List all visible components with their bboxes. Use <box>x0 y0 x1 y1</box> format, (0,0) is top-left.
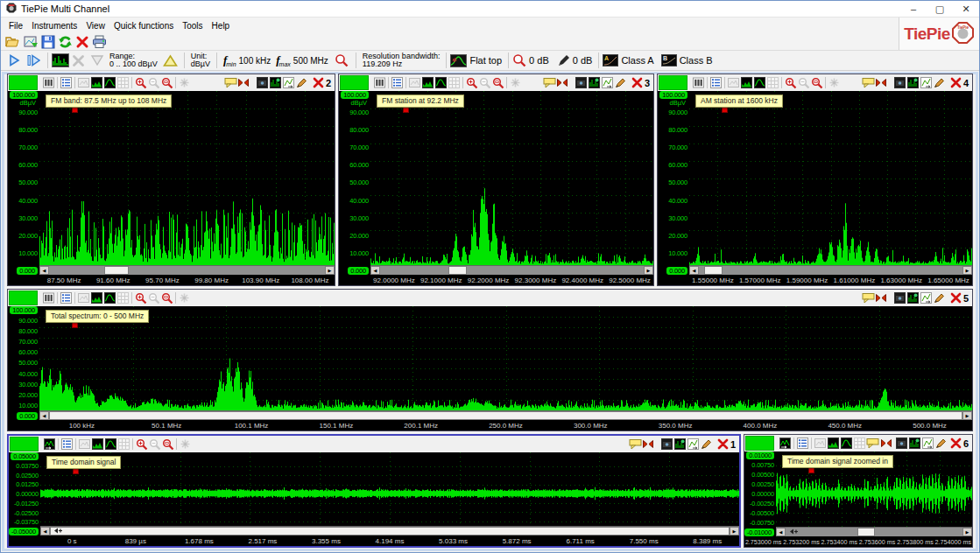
pan-marker-icon[interactable] <box>51 527 63 536</box>
remove-markers-icon[interactable] <box>556 76 569 89</box>
graph-style-area-icon[interactable] <box>740 76 753 89</box>
tooltip-anchor-marker[interactable] <box>72 322 78 328</box>
export-data-icon[interactable] <box>920 76 933 89</box>
graph-style-line-icon[interactable] <box>753 76 766 89</box>
graph-style-area-icon[interactable] <box>91 438 104 451</box>
frequency-zoom-icon[interactable] <box>331 53 352 67</box>
open-icon[interactable] <box>5 35 21 49</box>
save-icon[interactable] <box>41 35 55 49</box>
close-graph-icon[interactable] <box>716 438 730 451</box>
close-graph-icon[interactable] <box>312 76 325 89</box>
refresh-icon[interactable] <box>58 35 73 49</box>
close-graph-icon[interactable] <box>631 76 644 89</box>
class-b-icon[interactable]: B <box>657 54 677 66</box>
export-data-icon[interactable] <box>920 291 933 304</box>
add-comment-icon[interactable] <box>862 76 875 89</box>
graph-style-line-icon[interactable] <box>104 438 117 451</box>
scroll-left-button[interactable]: ◀ <box>40 527 50 536</box>
remove-markers-icon[interactable] <box>875 291 888 304</box>
scroll-thumb[interactable] <box>448 266 467 275</box>
gain-value[interactable]: 0 dB <box>529 55 549 66</box>
scroll-left-button[interactable]: ◀ <box>370 266 380 275</box>
screenshot-icon[interactable] <box>660 438 673 451</box>
zoom-in-icon[interactable] <box>465 76 478 89</box>
remove-markers-icon[interactable] <box>642 438 655 451</box>
graph-style-line-icon[interactable] <box>103 76 116 89</box>
tooltip-anchor-marker[interactable] <box>72 107 78 113</box>
plot-area-am-station[interactable]: AM station at 1600 kHz <box>689 91 972 265</box>
channel-list-icon[interactable] <box>391 76 404 89</box>
graph-tooltip[interactable]: FM band: 87.5 MHz up to 108 MHz <box>46 94 172 108</box>
tooltip-anchor-marker[interactable] <box>808 467 814 473</box>
channel-list-icon[interactable] <box>709 76 723 89</box>
graph-layout-icon[interactable] <box>692 76 705 89</box>
offset-value[interactable]: 0 dB <box>573 55 593 66</box>
close-button[interactable]: ✕ <box>953 1 979 17</box>
screenshot-icon[interactable] <box>893 76 906 89</box>
graph-layout-icon[interactable] <box>373 76 386 89</box>
graph-tooltip[interactable]: Total spectrum: 0 - 500 MHz <box>46 310 149 323</box>
graph-style-area-icon[interactable] <box>827 437 840 450</box>
x-scrollbar[interactable]: ◀▶ <box>40 526 739 536</box>
scroll-right-button[interactable]: ▶ <box>962 528 972 536</box>
zoom-in-icon[interactable] <box>134 291 147 304</box>
channel-list-icon[interactable] <box>796 437 809 450</box>
zoom-in-icon[interactable] <box>135 438 148 451</box>
tooltip-anchor-marker[interactable] <box>73 468 79 474</box>
menu-instruments[interactable]: Instruments <box>27 19 81 32</box>
plot-area-fm-band[interactable]: FM band: 87.5 MHz up to 108 MHz <box>39 91 335 265</box>
one-shot-icon[interactable] <box>24 54 44 66</box>
graph-settings-icon[interactable] <box>906 76 920 89</box>
graph-style-area-icon[interactable] <box>90 76 103 89</box>
scroll-thumb[interactable] <box>857 528 875 536</box>
plot-area-total-spectrum[interactable]: Total spectrum: 0 - 500 MHz <box>39 306 972 410</box>
graph-style-line-icon[interactable] <box>434 76 448 89</box>
menu-view[interactable]: View <box>81 19 109 32</box>
close-graph-icon[interactable] <box>949 437 962 450</box>
edit-graph-icon[interactable] <box>614 76 627 89</box>
add-comment-icon[interactable] <box>629 438 642 451</box>
screenshot-icon[interactable] <box>895 437 908 450</box>
import-icon[interactable] <box>24 35 39 49</box>
x-scrollbar[interactable]: ◀▶ <box>776 527 972 536</box>
edit-graph-icon[interactable] <box>700 438 713 451</box>
zoom-reset-icon[interactable] <box>491 76 504 89</box>
zoom-reset-icon[interactable] <box>160 76 173 89</box>
tooltip-anchor-marker[interactable] <box>403 107 409 113</box>
graph-layout-icon[interactable] <box>42 291 55 304</box>
zoom-reset-icon[interactable] <box>810 76 823 89</box>
channel-list-icon[interactable] <box>60 438 74 451</box>
class-a-label[interactable]: Class A <box>621 55 653 66</box>
menu-quick-functions[interactable]: Quick functions <box>109 19 178 32</box>
offset-pen-icon[interactable] <box>552 54 570 67</box>
x-scrollbar[interactable]: ◀▶ <box>689 265 972 275</box>
class-a-icon[interactable]: A <box>603 54 618 66</box>
plot-area-time-domain-zoom[interactable]: Time domain signal zoomed in <box>776 452 972 527</box>
graph-settings-icon[interactable] <box>908 437 921 450</box>
screenshot-icon[interactable] <box>256 76 269 89</box>
graph-layout-icon[interactable] <box>779 437 792 450</box>
menu-help[interactable]: Help <box>208 19 235 32</box>
plot-area-fm-station[interactable]: FM station at 92.2 MHz <box>370 91 653 265</box>
edit-graph-icon[interactable] <box>295 76 308 89</box>
minimize-button[interactable]: – <box>900 1 927 17</box>
tooltip-anchor-marker[interactable] <box>722 107 728 113</box>
graph-style-line-icon[interactable] <box>840 437 853 450</box>
scroll-thumb[interactable] <box>104 266 129 275</box>
zoom-reset-icon[interactable] <box>161 438 174 451</box>
gain-zoom-icon[interactable] <box>512 53 526 67</box>
window-function-icon[interactable] <box>450 54 467 67</box>
class-b-label[interactable]: Class B <box>680 55 713 66</box>
window-function-value[interactable]: Flat top <box>469 55 502 66</box>
pan-marker-icon[interactable] <box>786 528 799 536</box>
graph-layout-icon[interactable] <box>42 76 55 89</box>
spectrum-mode-icon[interactable] <box>52 53 69 67</box>
graph-settings-icon[interactable] <box>673 438 687 451</box>
channel-list-icon[interactable] <box>60 291 73 304</box>
zoom-in-icon[interactable] <box>134 76 147 89</box>
close-graph-icon[interactable] <box>949 291 962 304</box>
edit-graph-icon[interactable] <box>934 437 948 450</box>
scroll-thumb[interactable] <box>49 411 962 420</box>
export-data-icon[interactable] <box>282 76 295 89</box>
graph-settings-icon[interactable] <box>906 291 920 304</box>
